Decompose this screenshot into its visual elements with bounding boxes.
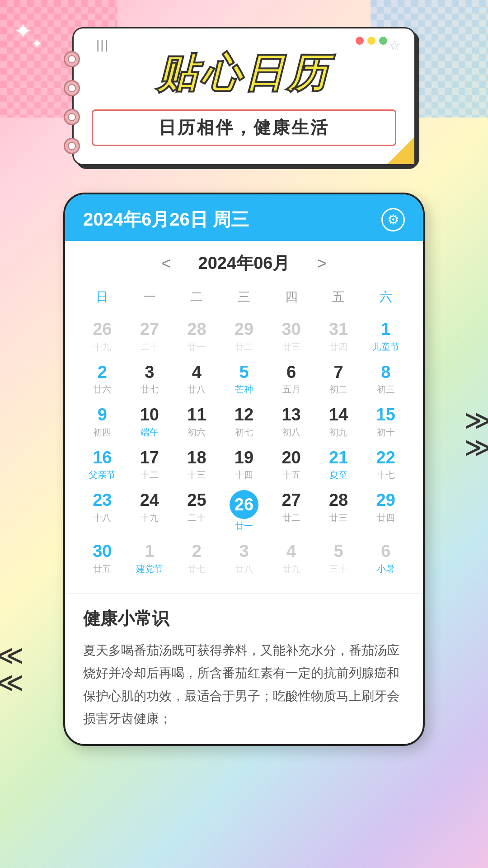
ring-1 [64,51,80,67]
table-row[interactable]: 22 十七 [362,443,409,486]
calendar-header: 2024年6月26日 周三 ⚙ [65,194,423,241]
wave-left: ≪≪ [0,642,24,696]
today-cell[interactable]: 26 廿一 [221,486,268,537]
settings-button[interactable]: ⚙ [381,208,405,231]
next-month-button[interactable]: > [317,254,326,273]
calendar-grid: 26 十九 27 二十 28 廿一 29 廿二 30 廿三 31 廿四 [79,315,409,580]
notebook-rings [64,51,80,154]
table-row[interactable]: 13 初八 [267,400,315,443]
table-row[interactable]: 21 夏至 [315,443,362,486]
table-row[interactable]: 24 十九 [126,486,174,537]
calendar-body: < 2024年06月 > 日 一 二 三 四 五 六 26 十九 27 二十 [65,241,423,593]
table-row[interactable]: 17 十二 [126,443,174,486]
calendar-card: 2024年6月26日 周三 ⚙ < 2024年06月 > 日 一 二 三 四 五… [63,193,425,746]
banner-subtitle: 日历相伴，健康生活 [159,118,329,137]
table-row[interactable]: 12 初七 [221,400,268,443]
table-row[interactable]: 29 廿二 [221,315,268,358]
ring-2 [64,80,80,96]
table-row[interactable]: 19 十四 [221,443,268,486]
table-row[interactable]: 9 初四 [79,400,126,443]
weekday-tue: 二 [173,284,221,310]
table-row[interactable]: 5 芒种 [221,358,268,401]
table-row[interactable]: 3 廿七 [126,358,174,401]
table-row[interactable]: 5 三十 [315,537,362,580]
banner-card: ||| ☆ 贴心日历 日历相伴，健康生活 [72,27,416,165]
table-row[interactable]: 3 廿八 [221,537,268,580]
table-row[interactable]: 1 建党节 [126,537,174,580]
health-text: 夏天多喝番茄汤既可获得养料，又能补充水分，番茄汤应烧好并冷却后再喝，所含番茄红素… [83,639,405,731]
dots-row [356,37,387,45]
table-row[interactable]: 26 十九 [79,315,126,358]
table-row[interactable]: 18 十三 [173,443,221,486]
health-title: 健康小常识 [83,607,405,630]
corner-deco [387,137,414,164]
month-nav: < 2024年06月 > [79,241,409,284]
table-row[interactable]: 23 十八 [79,486,126,537]
table-row[interactable]: 28 廿一 [173,315,221,358]
weekday-sat: 六 [362,284,409,310]
table-row[interactable]: 31 廿四 [315,315,362,358]
table-row[interactable]: 16 父亲节 [79,443,126,486]
health-section: 健康小常识 夏天多喝番茄汤既可获得养料，又能补充水分，番茄汤应烧好并冷却后再喝，… [65,593,423,744]
weekday-sun: 日 [79,284,126,310]
banner-deco-lines: ||| [96,38,109,52]
dot-red [356,37,364,45]
dot-green [379,37,387,45]
table-row[interactable]: 28 廿三 [315,486,362,537]
prev-month-button[interactable]: < [162,254,171,273]
table-row[interactable]: 27 二十 [126,315,174,358]
weekday-thu: 四 [267,284,315,310]
dot-yellow [367,37,375,45]
table-row[interactable]: 6 五月 [267,358,315,401]
table-row[interactable]: 4 廿九 [267,537,315,580]
table-row[interactable]: 30 廿三 [267,315,315,358]
table-row[interactable]: 11 初六 [173,400,221,443]
table-row[interactable]: 30 廿五 [79,537,126,580]
table-row[interactable]: 2 廿六 [79,358,126,401]
banner-star: ☆ [389,38,401,53]
banner-title: 贴心日历 [92,47,396,100]
sparkle-1: ✦ [14,18,33,44]
table-row[interactable]: 15 初十 [362,400,409,443]
table-row[interactable]: 20 十五 [267,443,315,486]
table-row[interactable]: 1 儿童节 [362,315,409,358]
table-row[interactable]: 29 廿四 [362,486,409,537]
weekday-headers: 日 一 二 三 四 五 六 [79,284,409,310]
month-title: 2024年06月 [198,252,290,275]
calendar-header-date: 2024年6月26日 周三 [83,207,249,232]
banner-subtitle-box: 日历相伴，健康生活 [92,109,396,146]
ring-4 [64,138,80,154]
table-row[interactable]: 25 二十 [173,486,221,537]
table-row[interactable]: 6 小暑 [362,537,409,580]
weekday-wed: 三 [221,284,268,310]
table-row[interactable]: 8 初三 [362,358,409,401]
table-row[interactable]: 4 廿八 [173,358,221,401]
table-row[interactable]: 2 廿七 [173,537,221,580]
table-row[interactable]: 27 廿二 [267,486,315,537]
wave-right: ≫≫ [464,407,488,461]
table-row[interactable]: 10 端午 [126,400,174,443]
table-row[interactable]: 7 初二 [315,358,362,401]
ring-3 [64,109,80,125]
weekday-mon: 一 [126,284,174,310]
weekday-fri: 五 [315,284,362,310]
table-row[interactable]: 14 初九 [315,400,362,443]
sparkle-2: ✦ [32,36,42,51]
